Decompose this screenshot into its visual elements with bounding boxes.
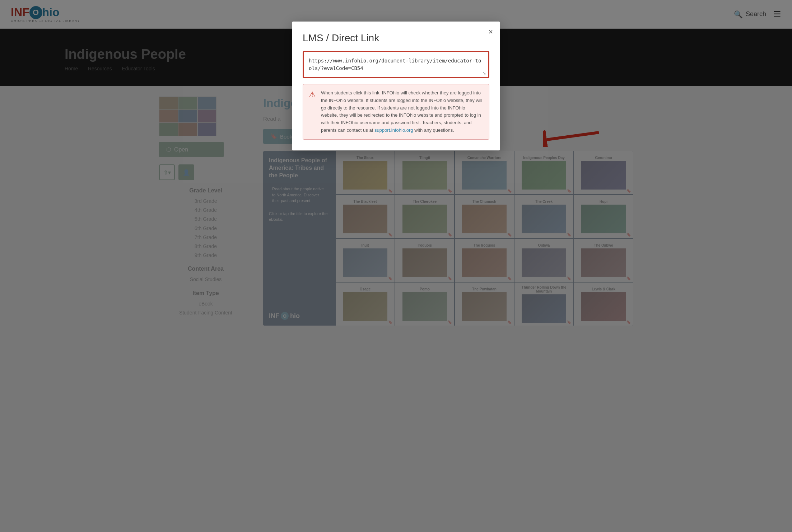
warning-box: ⚠ When students click this link, INFOhio… bbox=[303, 84, 489, 140]
modal-title: LMS / Direct Link bbox=[303, 32, 489, 44]
support-link[interactable]: support.infohio.org bbox=[374, 127, 413, 133]
modal-overlay: × LMS / Direct Link https://www.infohio.… bbox=[0, 0, 792, 532]
resize-handle: ⤡ bbox=[483, 71, 486, 76]
url-text[interactable]: https://www.infohio.org/document-library… bbox=[309, 57, 483, 72]
warning-icon: ⚠ bbox=[309, 90, 316, 99]
modal-close-button[interactable]: × bbox=[488, 27, 493, 37]
url-box: https://www.infohio.org/document-library… bbox=[303, 51, 489, 78]
lms-modal: × LMS / Direct Link https://www.infohio.… bbox=[292, 22, 500, 150]
warning-text: When students click this link, INFOhio w… bbox=[321, 89, 483, 134]
